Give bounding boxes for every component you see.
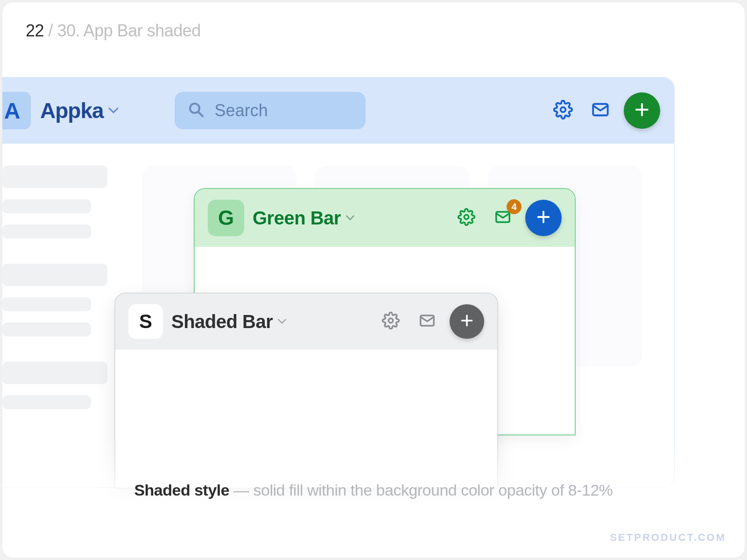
breadcrumb-rest: 30. App Bar shaded: [57, 21, 201, 40]
caption-rest: — solid fill within the background color…: [229, 481, 613, 499]
search-placeholder: Search: [215, 101, 268, 120]
app-title-blue[interactable]: Appka: [40, 98, 119, 123]
chevron-down-icon: [108, 107, 119, 114]
gear-icon: [553, 100, 573, 121]
mail-button[interactable]: [586, 97, 614, 125]
mail-icon: [591, 100, 610, 121]
svg-point-10: [388, 318, 393, 323]
plus-icon: [536, 209, 551, 227]
app-title-green[interactable]: Green Bar: [253, 208, 355, 229]
watermark: SETPRODUCT.COM: [610, 532, 726, 544]
appbar-gray: S Shaded Bar: [115, 294, 497, 350]
caption-strong: Shaded style: [134, 481, 229, 499]
plus-icon: [459, 313, 474, 330]
gear-icon: [458, 208, 475, 228]
appbar-green: G Green Bar 4: [195, 189, 575, 247]
search-icon: [188, 101, 204, 120]
svg-line-1: [198, 112, 203, 116]
breadcrumb-current: 22: [26, 21, 44, 40]
gear-icon: [382, 312, 400, 331]
mail-button[interactable]: [413, 308, 441, 336]
app-logo-blue[interactable]: A: [2, 92, 31, 129]
add-button[interactable]: [450, 304, 484, 339]
app-title-gray[interactable]: Shaded Bar: [171, 311, 287, 332]
mail-button[interactable]: 4: [489, 204, 517, 232]
svg-point-2: [561, 107, 566, 112]
add-button[interactable]: [624, 92, 660, 129]
settings-button[interactable]: [549, 97, 577, 125]
search-input[interactable]: Search: [175, 92, 366, 129]
app-logo-green[interactable]: G: [208, 200, 244, 236]
add-button[interactable]: [525, 200, 562, 236]
appbar-blue: A Appka Search: [2, 77, 674, 144]
breadcrumb: 22 / 30. App Bar shaded: [26, 21, 201, 41]
caption: Shaded style — solid fill within the bac…: [2, 481, 745, 499]
plus-icon: [634, 101, 650, 120]
window-gray: S Shaded Bar: [114, 293, 498, 489]
settings-button[interactable]: [377, 308, 405, 336]
app-logo-gray[interactable]: S: [128, 304, 163, 339]
chevron-down-icon: [345, 215, 355, 221]
breadcrumb-sep: /: [44, 21, 57, 40]
svg-point-6: [464, 215, 469, 219]
chevron-down-icon: [277, 319, 287, 324]
mail-icon: [418, 312, 436, 331]
sidebar-skeleton: [2, 166, 110, 420]
settings-button[interactable]: [452, 204, 480, 232]
notification-badge: 4: [507, 199, 521, 214]
